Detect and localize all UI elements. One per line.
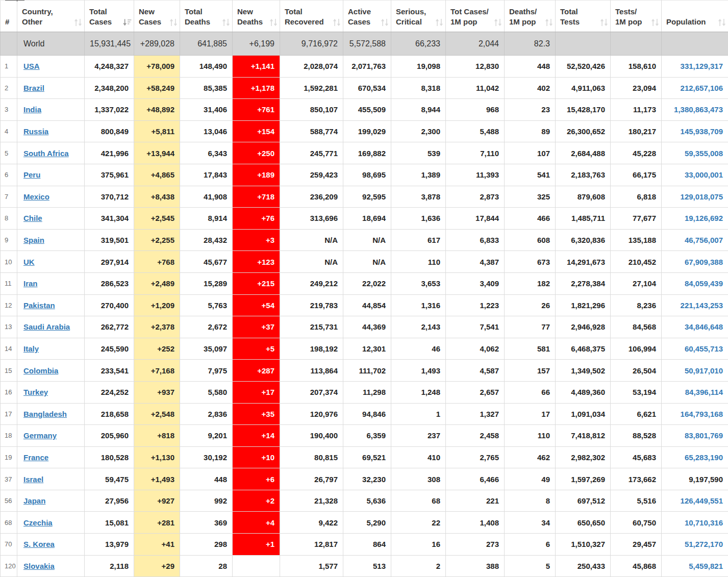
cell-active_cases: 94,846 [343,403,391,425]
country-link[interactable]: Japan [23,496,45,505]
population-link[interactable]: 33,000,001 [685,170,723,179]
country-link[interactable]: Czechia [23,518,53,527]
population-link[interactable]: 331,129,317 [681,62,723,70]
cell-total_deaths: 148,490 [180,56,233,78]
country-link[interactable]: Spain [23,236,44,244]
population-link[interactable]: 67,909,388 [685,258,723,266]
population-link[interactable]: 34,846,648 [685,322,723,331]
population-link[interactable]: 221,143,253 [681,301,723,310]
population-link[interactable]: 129,018,075 [681,192,723,201]
header-new_cases[interactable]: New Cases [134,1,180,32]
sort-icon[interactable] [169,19,178,26]
cell-population: 51,272,170 [662,534,728,556]
country-link[interactable]: Bangladesh [23,410,67,418]
cell-population: 145,938,709 [662,120,728,142]
sort-icon[interactable] [600,19,608,26]
header-total_tests[interactable]: Total Tests [556,1,611,32]
population-link[interactable]: 19,126,692 [685,214,723,222]
header-cases_1m[interactable]: Tot Cases/ 1M pop [446,1,505,32]
country-link[interactable]: India [23,105,41,114]
cell-new_cases: +58,249 [134,77,180,99]
header-serious_critical[interactable]: Serious, Critical [391,1,446,32]
header-population[interactable]: Population [662,1,728,32]
population-link[interactable]: 65,283,190 [685,453,723,462]
population-link[interactable]: 46,756,007 [685,236,723,244]
header-total_deaths[interactable]: Total Deaths [180,1,233,32]
sort-icon[interactable] [333,19,341,26]
sort-icon[interactable] [435,19,443,26]
header-active_cases[interactable]: Active Cases [343,1,391,32]
sort-icon[interactable] [494,19,502,26]
cell-total_deaths: 13,046 [180,120,233,142]
cell-serious_critical: 2 [391,555,446,577]
population-link[interactable]: 60,455,713 [685,344,723,353]
country-link[interactable]: Colombia [23,366,58,375]
sort-icon[interactable] [74,19,82,26]
population-link[interactable]: 84,396,114 [685,388,723,396]
population-link[interactable]: 84,059,439 [685,279,723,288]
population-link[interactable]: 1,380,863,473 [674,105,723,114]
country-link[interactable]: Saudi Arabia [23,322,70,331]
country-link[interactable]: Pakistan [23,301,55,310]
cell-serious_critical: 3,878 [391,186,446,208]
cell-tests_1m: 6,818 [611,186,662,208]
country-link[interactable]: Russia [23,127,48,136]
sort-icon[interactable] [718,19,726,26]
sort-desc-icon[interactable] [123,19,132,26]
cell-total_deaths: 15,289 [180,272,233,294]
header-label: Deaths/ 1M pop [509,7,537,26]
header-country[interactable]: Country, Other [17,1,85,32]
cell-population: 84,396,114 [662,381,728,403]
cell-serious_critical: 2,300 [391,120,446,142]
country-link[interactable]: Slovakia [23,562,55,570]
cell-new_cases: +2,378 [134,316,180,338]
sort-icon[interactable] [545,19,553,26]
cell-total_cases: 800,849 [85,120,134,142]
population-link[interactable]: 212,657,106 [681,84,723,92]
country-link[interactable]: Brazil [23,84,44,92]
cell-cases_1m: 1,327 [446,403,505,425]
country-row: 68Czechia15,081+281369+49,4225,290221,40… [1,512,728,534]
header-total_recovered[interactable]: Total Recovered [280,1,343,32]
population-link[interactable]: 83,801,769 [685,431,723,440]
country-link[interactable]: Iran [23,279,38,288]
header-tests_1m[interactable]: Tests/ 1M pop [611,1,662,32]
sort-icon[interactable] [222,19,230,26]
table-header: #Country, OtherTotal CasesNew CasesTotal… [1,1,728,32]
country-link[interactable]: Germany [23,431,57,440]
population-link[interactable]: 10,710,316 [685,518,723,527]
cell-total_cases: 233,541 [85,360,134,382]
sort-icon[interactable] [269,19,278,26]
header-new_deaths[interactable]: New Deaths [233,1,280,32]
header-deaths_1m[interactable]: Deaths/ 1M pop [505,1,556,32]
country-link[interactable]: France [23,453,48,462]
country-link[interactable]: Peru [23,170,40,179]
cell-new_deaths: +761 [233,99,280,121]
cell-total_recovered: 113,864 [280,360,343,382]
country-row: 12Pakistan270,400+1,2095,763+54219,78344… [1,294,728,316]
sort-icon[interactable] [651,19,659,26]
country-link[interactable]: Chile [23,214,42,222]
country-link[interactable]: Mexico [23,192,49,201]
country-link[interactable]: Turkey [23,388,48,396]
country-link[interactable]: UK [23,258,35,266]
population-link[interactable]: 51,272,170 [685,540,723,548]
population-link[interactable]: 59,355,008 [685,149,723,158]
population-link[interactable]: 126,449,551 [681,496,723,505]
sort-icon[interactable] [381,19,389,26]
header-total_cases[interactable]: Total Cases [85,1,134,32]
country-link[interactable]: Italy [23,344,39,353]
cell-serious_critical: 1,636 [391,208,446,230]
country-link[interactable]: USA [23,62,40,70]
population-link[interactable]: 5,459,821 [689,562,723,570]
country-link[interactable]: South Africa [23,149,69,158]
cell-new_deaths: +154 [233,120,280,142]
population-link[interactable]: 164,793,168 [681,410,723,418]
population-link[interactable]: 145,938,709 [681,127,723,136]
cell-deaths_1m: 325 [505,186,556,208]
country-link[interactable]: Israel [23,475,43,484]
country-link[interactable]: S. Korea [23,540,55,548]
cell-new_deaths: +2 [233,490,280,512]
population-link[interactable]: 50,917,010 [685,366,723,375]
cell-total_recovered: 190,400 [280,425,343,447]
